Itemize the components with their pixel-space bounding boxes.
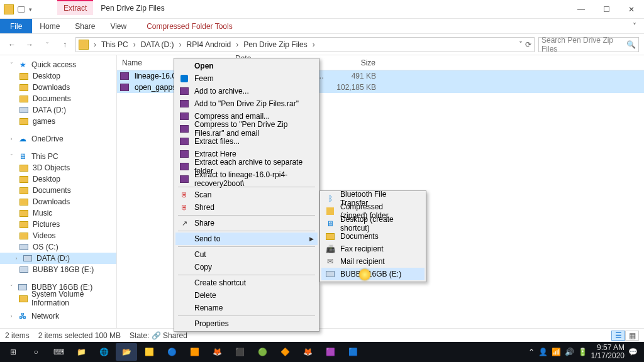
tray-people-icon[interactable]: 👤 <box>538 348 548 356</box>
sendto-bubby-drive[interactable]: BUBBY 16GB (E:) <box>321 268 425 280</box>
minimize-button[interactable]: — <box>569 0 594 18</box>
view-large-icons-button[interactable]: ▦ <box>625 331 639 341</box>
sidebar-item-quick-access[interactable]: ˅★Quick access <box>0 59 116 70</box>
context-item-rename[interactable]: Rename <box>175 302 318 314</box>
action-center-icon[interactable]: 💬 <box>628 348 638 356</box>
taskbar-app[interactable]: 🌐 <box>93 343 114 361</box>
taskbar-app[interactable]: 🟧 <box>184 343 205 361</box>
taskbar-app[interactable]: 🔶 <box>274 343 296 361</box>
up-button[interactable]: ↑ <box>58 38 72 52</box>
sidebar-item-games[interactable]: games <box>0 116 116 127</box>
taskbar-app[interactable]: 🦊 <box>297 343 318 361</box>
tab-share[interactable]: Share <box>67 19 103 33</box>
sidebar-item-documents-pc[interactable]: Documents <box>0 185 116 196</box>
ribbon-contextual-header: Extract <box>57 0 93 15</box>
sidebar-item-desktop[interactable]: Desktop <box>0 70 116 82</box>
tab-view[interactable]: View <box>103 19 134 33</box>
tab-compressed-tools[interactable]: Compressed Folder Tools <box>134 19 240 33</box>
refresh-button[interactable]: ⟳ <box>525 40 531 49</box>
context-item-compress-rar-email[interactable]: Compress to "Pen Drive Zip Files.rar" an… <box>175 123 318 135</box>
sidebar-item-3d-objects[interactable]: 3D Objects <box>0 162 116 173</box>
window-title: Pen Drive Zip Files <box>93 0 569 18</box>
taskbar-app[interactable]: 🟢 <box>252 343 273 361</box>
sidebar-item-music[interactable]: Music <box>0 207 116 219</box>
sendto-documents[interactable]: Documents <box>321 230 425 243</box>
ribbon-collapse-icon[interactable]: ˅ <box>625 19 644 33</box>
sendto-fax[interactable]: 📠Fax recipient <box>321 243 425 255</box>
sidebar-item-onedrive[interactable]: ›☁OneDrive <box>0 133 116 145</box>
context-item-send-to[interactable]: Send to▶ <box>175 233 318 245</box>
breadcrumb[interactable]: RPI4 Android <box>184 40 234 49</box>
close-button[interactable]: ✕ <box>619 0 644 18</box>
maximize-button[interactable]: ☐ <box>594 0 619 18</box>
search-icon[interactable]: 🔍 <box>626 40 636 49</box>
crumb-sep-icon: › <box>178 40 183 49</box>
context-item-add-to-rar[interactable]: Add to "Pen Drive Zip Files.rar" <box>175 97 318 110</box>
taskbar-app[interactable]: 🟦 <box>342 343 364 361</box>
taskbar-clock[interactable]: 9:57 AM 1/17/2020 <box>591 344 625 360</box>
file-size-cell: 491 KB <box>331 72 381 80</box>
file-size-cell: 102,185 KB <box>331 83 381 92</box>
qat-icon[interactable] <box>18 6 25 13</box>
address-dropdown-icon[interactable]: ˅ <box>519 40 523 49</box>
sendto-mail[interactable]: ✉Mail recipient <box>321 255 425 268</box>
taskbar-app[interactable]: 🔵 <box>161 343 182 361</box>
sidebar-item-data-d[interactable]: DATA (D:) <box>0 104 116 116</box>
context-item-add-to-archive[interactable]: Add to archive... <box>175 85 318 97</box>
context-item-open[interactable]: Open <box>175 60 318 72</box>
status-selected: 2 items selected 100 MB <box>38 331 121 340</box>
sidebar-item-videos[interactable]: Videos <box>0 230 116 241</box>
context-item-scan[interactable]: ⛨Scan <box>175 189 318 201</box>
context-item-shred[interactable]: ⛨Shred <box>175 201 318 214</box>
context-item-cut[interactable]: Cut <box>175 248 318 261</box>
system-tray[interactable]: ⌃ 👤 📶 🔊 🔋 9:57 AM 1/17/2020 💬 <box>528 344 641 360</box>
breadcrumb[interactable]: DATA (D:) <box>138 40 177 49</box>
sidebar-item-documents[interactable]: Documents <box>0 93 116 104</box>
sidebar-item-os-c[interactable]: OS (C:) <box>0 241 116 253</box>
start-button[interactable]: ⊞ <box>3 343 24 361</box>
tray-overflow-icon[interactable]: ⌃ <box>528 348 535 356</box>
tray-volume-icon[interactable]: 🔊 <box>565 348 574 356</box>
sidebar-item-sys-vol-info[interactable]: System Volume Information <box>0 293 116 304</box>
tray-battery-icon[interactable]: 🔋 <box>578 348 587 356</box>
file-menu[interactable]: File <box>0 19 32 33</box>
sidebar-item-this-pc[interactable]: ˅🖥This PC <box>0 151 116 162</box>
context-item-extract-files[interactable]: Extract files... <box>175 135 318 148</box>
taskbar-app[interactable]: ⬛ <box>229 343 250 361</box>
context-item-feem[interactable]: Feem <box>175 72 318 85</box>
context-item-share[interactable]: ↗Share <box>175 217 318 229</box>
taskbar-app-explorer[interactable]: 📂 <box>116 343 137 361</box>
recent-dropdown-icon[interactable]: ˅ <box>40 38 54 52</box>
sidebar-item-desktop-pc[interactable]: Desktop <box>0 173 116 185</box>
forward-button[interactable]: → <box>23 38 36 52</box>
sidebar-item-data-d-drive[interactable]: ›DATA (D:) <box>0 253 116 264</box>
sidebar-item-downloads-pc[interactable]: Downloads <box>0 196 116 207</box>
search-input[interactable]: Search Pen Drive Zip Files 🔍 <box>538 37 639 52</box>
breadcrumb[interactable]: This PC <box>99 40 131 49</box>
breadcrumb[interactable]: Pen Drive Zip Files <box>241 40 309 49</box>
taskbar-app[interactable]: 🦊 <box>206 343 228 361</box>
context-separator <box>178 315 315 316</box>
sidebar-item-pictures[interactable]: Pictures <box>0 219 116 230</box>
sidebar-item-network[interactable]: ›🖧Network <box>0 310 116 322</box>
address-bar[interactable]: › This PC › DATA (D:) › RPI4 Android › P… <box>75 37 535 52</box>
sendto-desktop-shortcut[interactable]: 🖥Desktop (create shortcut) <box>321 217 425 230</box>
column-size[interactable]: Size <box>331 58 381 67</box>
task-view-button[interactable]: ⌨ <box>48 343 69 361</box>
view-details-button[interactable]: ☰ <box>611 331 625 341</box>
taskbar-app[interactable]: 🟨 <box>138 343 160 361</box>
context-item-delete[interactable]: Delete <box>175 289 318 302</box>
taskbar-app[interactable]: 🟪 <box>319 343 341 361</box>
tray-network-icon[interactable]: 📶 <box>552 348 561 356</box>
context-item-properties[interactable]: Properties <box>175 317 318 330</box>
back-button[interactable]: ← <box>5 38 19 52</box>
tab-home[interactable]: Home <box>32 19 67 33</box>
context-item-copy[interactable]: Copy <box>175 261 318 273</box>
cortana-button[interactable]: ○ <box>25 343 47 361</box>
sidebar-item-downloads[interactable]: Downloads <box>0 82 116 93</box>
context-item-extract-to-folder[interactable]: Extract to lineage-16.0-rpi4-recovery2bo… <box>175 173 318 185</box>
sidebar-item-bubby-e[interactable]: BUBBY 16GB (E:) <box>0 264 116 275</box>
submenu-arrow-icon: ▶ <box>309 236 314 242</box>
taskbar-app[interactable]: 📁 <box>70 343 92 361</box>
context-item-create-shortcut[interactable]: Create shortcut <box>175 277 318 289</box>
